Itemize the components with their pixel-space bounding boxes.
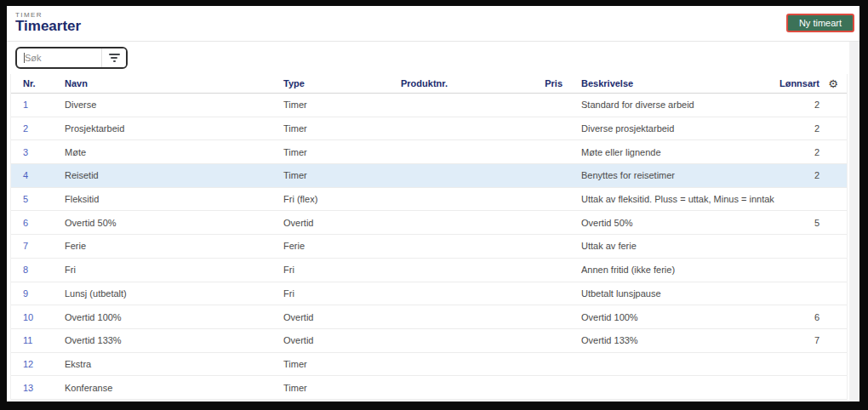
search-box xyxy=(15,47,128,69)
row-nr-link[interactable]: 8 xyxy=(11,265,57,275)
row-navn: Lunsj (utbetalt) xyxy=(57,288,282,299)
table-row[interactable]: 3 Møte Timer Møte eller lignende 2 xyxy=(11,140,847,164)
row-lonnsart: 2 xyxy=(755,147,819,157)
row-beskrivelse: Annen fritid (ikke ferie) xyxy=(568,265,755,275)
row-nr-link[interactable]: 1 xyxy=(11,100,57,110)
row-type: Fri xyxy=(282,288,401,299)
row-type: Overtid xyxy=(282,335,401,345)
row-nr-link[interactable]: 9 xyxy=(11,288,57,299)
header-divider xyxy=(7,41,859,42)
row-navn: Diverse xyxy=(57,100,282,110)
row-navn: Fleksitid xyxy=(57,194,282,204)
col-header-nr[interactable]: Nr. xyxy=(11,78,57,88)
row-navn: Overtid 50% xyxy=(57,218,282,228)
row-type: Timer xyxy=(282,147,401,157)
row-nr-link[interactable]: 11 xyxy=(11,335,57,345)
col-header-beskrivelse[interactable]: Beskrivelse xyxy=(568,78,755,88)
row-lonnsart: 2 xyxy=(755,170,819,180)
row-type: Overtid xyxy=(282,312,401,322)
col-header-navn[interactable]: Navn xyxy=(57,78,282,88)
row-navn: Konferanse xyxy=(57,383,282,393)
row-nr-link[interactable]: 10 xyxy=(11,312,57,322)
row-navn: Prosjektarbeid xyxy=(57,123,282,134)
row-type: Fri xyxy=(282,265,401,275)
row-beskrivelse: Diverse prosjektarbeid xyxy=(568,123,755,134)
table-row[interactable]: 13 Konferanse Timer xyxy=(11,376,847,400)
row-beskrivelse: Overtid 100% xyxy=(568,312,755,322)
table-row[interactable]: 10 Overtid 100% Overtid Overtid 100% 6 xyxy=(11,305,847,329)
row-type: Timer xyxy=(282,359,401,369)
row-lonnsart: 2 xyxy=(755,123,819,134)
row-navn: Fri xyxy=(57,265,282,275)
row-nr-link[interactable]: 7 xyxy=(11,241,57,251)
vertical-scrollbar[interactable] xyxy=(849,42,859,401)
row-type: Timer xyxy=(282,100,401,110)
row-type: Timer xyxy=(282,123,401,134)
table-row[interactable]: 8 Fri Fri Annen fritid (ikke ferie) xyxy=(11,259,847,282)
search-input[interactable] xyxy=(17,48,101,67)
table-row[interactable]: 5 Fleksitid Fri (flex) Uttak av fleksiti… xyxy=(11,188,847,212)
row-navn: Reisetid xyxy=(57,170,282,180)
table-row[interactable]: 4 Reisetid Timer Benyttes for reisetimer… xyxy=(11,164,847,188)
col-header-produktnr[interactable]: Produktnr. xyxy=(401,78,442,88)
table-row[interactable]: 11 Overtid 133% Overtid Overtid 133% 7 xyxy=(11,329,847,353)
row-beskrivelse: Overtid 50% xyxy=(568,218,755,228)
row-beskrivelse: Standard for diverse arbeid xyxy=(568,100,755,110)
row-navn: Overtid 133% xyxy=(57,335,282,345)
row-beskrivelse: Benyttes for reisetimer xyxy=(568,170,755,180)
row-type: Timer xyxy=(282,383,401,393)
row-lonnsart: 5 xyxy=(755,218,819,228)
table-row[interactable]: 2 Prosjektarbeid Timer Diverse prosjekta… xyxy=(11,117,847,141)
row-navn: Overtid 100% xyxy=(57,312,282,322)
row-lonnsart: 6 xyxy=(755,312,819,322)
row-type: Fri (flex) xyxy=(282,194,401,204)
row-nr-link[interactable]: 4 xyxy=(11,170,57,180)
row-beskrivelse: Uttak av fleksitid. Pluss = uttak, Minus… xyxy=(568,194,774,204)
row-nr-link[interactable]: 6 xyxy=(11,218,57,228)
row-nr-link[interactable]: 13 xyxy=(11,383,57,393)
new-timeart-button[interactable]: Ny timeart xyxy=(786,14,854,32)
table-row[interactable]: 1 Diverse Timer Standard for diverse arb… xyxy=(11,94,847,117)
row-beskrivelse: Overtid 133% xyxy=(568,335,755,345)
row-type: Timer xyxy=(282,170,401,180)
row-type: Overtid xyxy=(282,218,401,228)
row-beskrivelse: Møte eller lignende xyxy=(568,147,755,157)
col-header-lonnsart[interactable]: Lønnsart xyxy=(755,78,819,88)
gear-icon[interactable]: ⚙ xyxy=(828,78,838,89)
table-header-row: Nr. Navn Type Produktnr. Pris Beskrivels… xyxy=(11,74,847,94)
row-navn: Ferie xyxy=(57,241,282,251)
row-nr-link[interactable]: 12 xyxy=(11,359,57,369)
row-navn: Ekstra xyxy=(57,359,282,369)
text-caret xyxy=(24,53,25,63)
filter-lines-icon[interactable] xyxy=(102,48,126,67)
table-row[interactable]: 12 Ekstra Timer xyxy=(11,353,847,377)
row-beskrivelse: Uttak av ferie xyxy=(568,241,755,251)
table-row[interactable]: 6 Overtid 50% Overtid Overtid 50% 5 xyxy=(11,211,847,235)
col-header-pris[interactable]: Pris xyxy=(442,78,568,88)
row-lonnsart: 7 xyxy=(755,335,819,345)
table-row[interactable]: 9 Lunsj (utbetalt) Fri Utbetalt lunsjpau… xyxy=(11,282,847,306)
row-nr-link[interactable]: 3 xyxy=(11,147,57,157)
row-nr-link[interactable]: 5 xyxy=(11,194,57,204)
row-nr-link[interactable]: 2 xyxy=(11,123,57,134)
row-lonnsart: 2 xyxy=(755,100,819,110)
row-navn: Møte xyxy=(57,147,282,157)
app-window: TIMER Timearter Ny timeart Nr. Navn Type… xyxy=(7,6,859,401)
col-header-type[interactable]: Type xyxy=(282,78,401,88)
row-beskrivelse: Utbetalt lunsjpause xyxy=(568,288,755,299)
timearter-table: Nr. Navn Type Produktnr. Pris Beskrivels… xyxy=(10,74,848,400)
page-title: Timearter xyxy=(15,18,81,35)
table-row[interactable]: 7 Ferie Ferie Uttak av ferie xyxy=(11,235,847,259)
row-type: Ferie xyxy=(282,241,401,251)
